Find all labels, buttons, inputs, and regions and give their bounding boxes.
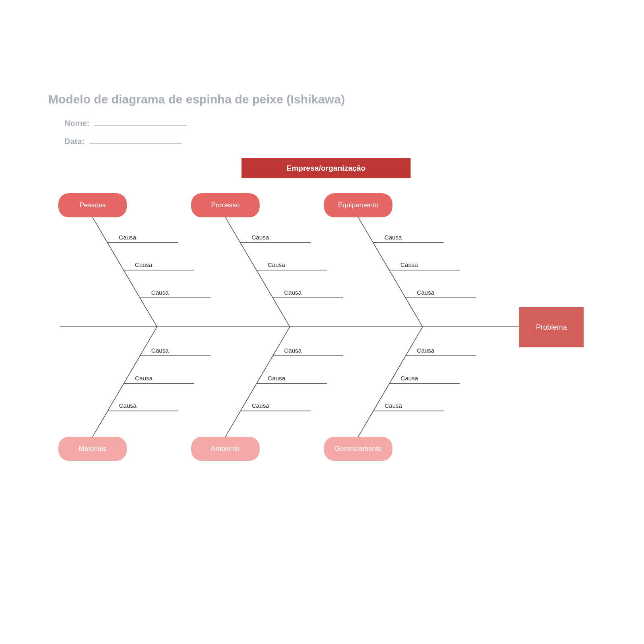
diagram-title: Modelo de diagrama de espinha de peixe (… [48,93,345,106]
category-gerenciamento: Gerenciamento [324,437,392,461]
cause-label: Causa [151,347,169,354]
field-data-blank[interactable] [89,143,182,144]
problem-box: Problema [519,307,584,347]
svg-line-2 [93,327,157,437]
cause-label: Causa [385,402,402,409]
category-materiais: Materiais [58,437,127,461]
cause-label: Causa [417,347,434,354]
cause-label: Causa [384,234,402,241]
context-banner: Empresa/organização [242,158,411,178]
field-nome-label: Nome: [64,119,89,128]
cause-label: Causa [268,375,285,382]
cause-label: Causa [151,289,169,296]
svg-line-18 [358,327,423,437]
category-ambiente: Ambiente [191,437,260,461]
cause-label: Causa [400,261,418,268]
cause-label: Causa [417,289,434,296]
category-pessoas: Pessoas [58,193,127,217]
field-data-label: Data: [64,137,85,146]
cause-label: Causa [135,261,152,268]
svg-line-10 [225,327,290,437]
cause-label: Causa [252,402,269,409]
cause-label: Causa [284,347,301,354]
category-equipamento: Equipamento [324,193,392,217]
field-nome: Nome: [64,119,187,128]
cause-label: Causa [119,234,136,241]
cause-label: Causa [284,289,301,296]
field-data: Data: [64,137,182,146]
cause-label: Causa [119,402,136,409]
category-processo: Processo [191,193,260,217]
cause-label: Causa [252,234,269,241]
cause-label: Causa [400,375,418,382]
cause-label: Causa [268,261,285,268]
field-nome-blank[interactable] [94,125,187,126]
cause-label: Causa [135,375,152,382]
